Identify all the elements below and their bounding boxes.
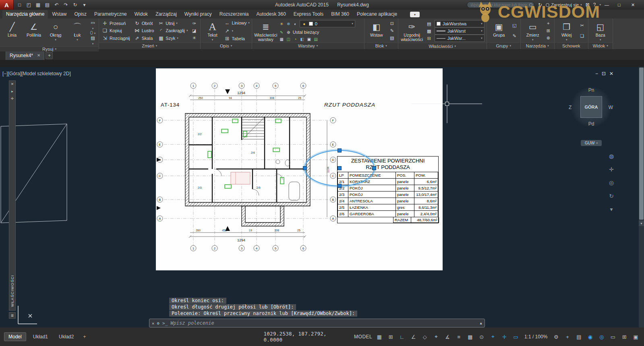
- layer-freeze-icon[interactable]: ❄: [286, 22, 291, 26]
- ribbon-tab-output[interactable]: Wyniki pracy: [181, 10, 215, 19]
- hatch-tool-icon[interactable]: ▨ ▾: [90, 35, 96, 45]
- ribbon-tab-annotate[interactable]: Opisz: [70, 10, 90, 19]
- orbit-icon[interactable]: ↻: [609, 193, 614, 199]
- paper-sheet[interactable]: AT-134 RZUT PODDASZA: [156, 68, 443, 270]
- panel-title-clipboard[interactable]: Schowek: [555, 42, 588, 49]
- viewport-restore-icon[interactable]: ⊡: [602, 71, 606, 76]
- explode-icon[interactable]: ✳: [191, 35, 197, 41]
- stretch-button[interactable]: ⇲Rozciągnij: [101, 35, 131, 41]
- quick-select-icon[interactable]: ⌖: [545, 21, 551, 26]
- ortho-toggle-icon[interactable]: ∟: [398, 333, 406, 341]
- dynamic-input-icon[interactable]: ⌖: [489, 333, 497, 341]
- ribbon-tab-a360[interactable]: Autodesk 360: [253, 10, 289, 19]
- object-color-combo[interactable]: JakWarstwa ▾: [435, 20, 485, 27]
- layer-lock-icon[interactable]: ◐: [293, 22, 298, 26]
- command-close-icon[interactable]: ✕: [152, 321, 154, 325]
- layout-tab-model[interactable]: Model: [4, 332, 26, 341]
- area-table[interactable]: ZESTAWIENIE POWIERZCHNI RZUT PODDASZA LP…: [337, 156, 439, 223]
- refresh-icon[interactable]: ↻: [71, 1, 79, 9]
- mirror-button[interactable]: ⋈Lustro: [133, 28, 155, 33]
- measure-button[interactable]: ▭ Zmierz ▾: [523, 20, 543, 42]
- annotation-visibility-icon[interactable]: ▭: [511, 333, 520, 341]
- line-button[interactable]: ╱ Linia: [2, 20, 22, 46]
- osnap-toggle-icon[interactable]: ⌖: [432, 333, 440, 341]
- lineweight-combo[interactable]: JakWarst ▾: [435, 27, 485, 35]
- move-button[interactable]: ✛Przesuń: [101, 21, 131, 26]
- ungroup-icon[interactable]: ◱: [511, 23, 518, 28]
- scrollbar-down-icon[interactable]: ▼: [639, 220, 644, 226]
- polar-toggle-icon[interactable]: ∠: [409, 333, 418, 341]
- create-block-icon[interactable]: ⊡: [389, 21, 395, 26]
- qat-customize-caret-icon[interactable]: ▾: [80, 1, 89, 9]
- quick-properties-icon[interactable]: ⊟: [426, 36, 432, 41]
- viewcube-south-label[interactable]: Pd: [571, 121, 611, 127]
- new-layout-button[interactable]: +: [81, 333, 88, 340]
- panel-title-utilities[interactable]: Narzędzia▾: [521, 42, 554, 49]
- quick-calc-icon[interactable]: ⊞: [545, 28, 551, 33]
- ribbon-tab-parametric[interactable]: Parametryczne: [91, 10, 130, 19]
- otrack-toggle-icon[interactable]: ∡: [443, 333, 452, 341]
- drawing-canvas[interactable]: [−][Góra][Model szkieletowy 2D] − ⊡ ✕ ✕ …: [0, 67, 644, 327]
- viewport-minimize-icon[interactable]: −: [595, 71, 598, 76]
- new-drawing-tab-button[interactable]: +: [46, 52, 53, 59]
- layer-walk-icon[interactable]: ▤: [313, 37, 319, 41]
- redo-icon[interactable]: ↷: [62, 1, 70, 9]
- rotate-button[interactable]: ↻Obrót: [133, 21, 155, 26]
- snap-toggle-icon[interactable]: ⊞: [386, 333, 395, 341]
- panel-title-block[interactable]: Blok▾: [364, 42, 398, 49]
- sync-icon[interactable]: ↻: [538, 2, 542, 8]
- ribbon-tab-view[interactable]: Widok: [131, 10, 151, 19]
- layer-properties-button[interactable]: ≣ Właściwości warstwy: [254, 20, 277, 42]
- panel-title-annotation[interactable]: Opis▾: [201, 42, 252, 49]
- scrollbar-thumb[interactable]: [639, 68, 644, 220]
- ribbon-tab-addins[interactable]: Rozszerzenia: [216, 10, 253, 19]
- layer-off-icon[interactable]: ◔: [293, 37, 298, 41]
- viewport-close-icon[interactable]: ✕: [609, 71, 613, 76]
- text-button[interactable]: A Tekst ▾: [203, 20, 223, 42]
- exchange-apps-icon[interactable]: ⊠: [586, 2, 590, 8]
- selection-cycling-icon[interactable]: ⊙: [477, 333, 486, 341]
- group-edit-icon[interactable]: ✎: [511, 33, 518, 39]
- quick-view-icon[interactable]: ▤: [575, 333, 583, 341]
- id-point-icon[interactable]: ⊕: [545, 35, 551, 41]
- viewcube-west-label[interactable]: Z: [569, 105, 572, 110]
- sign-in-button[interactable]: Zarejestruj się ▾: [546, 2, 582, 7]
- scale-button[interactable]: ⇗Skala: [133, 35, 155, 41]
- new-file-icon[interactable]: □: [15, 1, 24, 9]
- layer-on-icon[interactable]: ☀: [279, 22, 284, 26]
- viewcube[interactable]: Pn Pd Z W GÓRA: [571, 87, 611, 127]
- command-history-expand-icon[interactable]: ▲: [480, 321, 482, 325]
- ribbon-tab-express[interactable]: Express Tools: [290, 10, 327, 19]
- edit-attributes-icon[interactable]: ✎: [389, 28, 395, 33]
- plot-icon[interactable]: ▤: [43, 1, 52, 9]
- palette-pin-icon[interactable]: ▸: [11, 89, 13, 93]
- search-input[interactable]: [467, 2, 534, 8]
- brush-icon[interactable]: ✑: [191, 21, 197, 26]
- autocad-logo-menu[interactable]: A: [0, 0, 14, 10]
- ribbon-tab-manage[interactable]: Zarządzaj: [152, 10, 180, 19]
- layer-select-combo[interactable]: ● 0 ▾: [300, 20, 355, 27]
- close-button[interactable]: ✕: [631, 2, 641, 8]
- match-properties-button[interactable]: ✑ Uzgodnij właściwości: [400, 20, 424, 42]
- full-navigation-wheel-icon[interactable]: ◍: [609, 153, 614, 159]
- help-icon[interactable]: ?: [593, 2, 596, 8]
- table-button[interactable]: ⊞Tabela: [224, 36, 250, 41]
- list-icon[interactable]: ▤: [426, 21, 432, 27]
- vertical-scrollbar[interactable]: ▼: [639, 67, 644, 327]
- command-line-bar[interactable]: ✕ ⚙ >_ Wpisz polecenie ▲: [149, 319, 485, 327]
- properties-palette-bar[interactable]: ✕ ▸ ✛ WŁAŚCIWOŚCI: [9, 80, 16, 311]
- paste-button[interactable]: ❒ Wklej ▾: [557, 20, 577, 42]
- cut-icon[interactable]: ✂: [579, 23, 585, 28]
- status-menu-icon[interactable]: ▣: [632, 333, 640, 341]
- ribbon-tab-insert[interactable]: Wstaw: [48, 10, 70, 19]
- layer-lock2-icon[interactable]: ▣: [306, 37, 312, 41]
- palette-settings-icon[interactable]: ✛: [11, 97, 14, 101]
- viewport-controls-label[interactable]: [−][Góra][Model szkieletowy 2D]: [2, 71, 71, 76]
- panel-title-view[interactable]: Widok▾: [588, 42, 613, 49]
- clean-screen-icon[interactable]: ▭: [609, 333, 617, 341]
- insert-block-button[interactable]: ◧ Wstaw: [367, 20, 387, 42]
- layer-freeze2-icon[interactable]: ◧: [300, 37, 305, 41]
- close-tab-icon[interactable]: ✕: [37, 53, 40, 58]
- zoom-icon[interactable]: ◎: [609, 179, 614, 186]
- ribbon-tab-bim360[interactable]: BIM 360: [327, 10, 353, 19]
